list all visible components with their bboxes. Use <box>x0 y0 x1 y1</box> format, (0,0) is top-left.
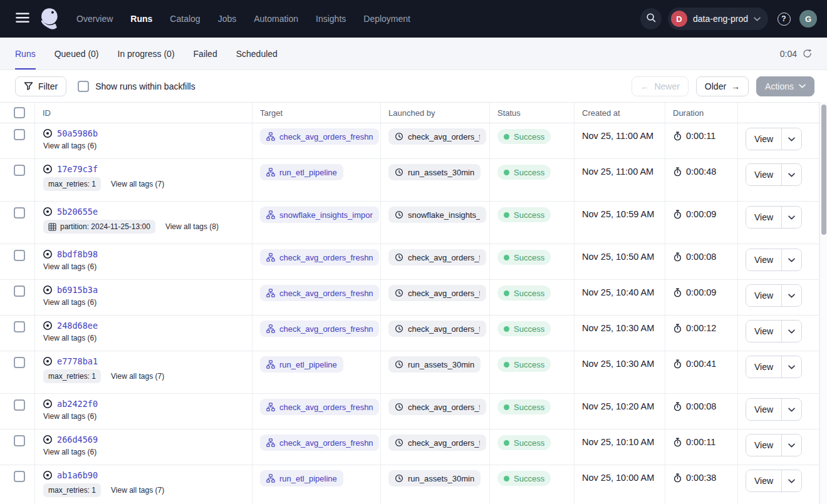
actions-button[interactable]: Actions <box>756 76 814 96</box>
view-all-tags-link[interactable]: View all tags (6) <box>43 334 96 342</box>
target-pill[interactable]: check_avg_orders_freshne <box>260 435 379 451</box>
run-id-link[interactable]: b6915b3a <box>57 285 98 295</box>
target-pill[interactable]: run_etl_pipeline <box>260 356 343 373</box>
dagster-logo-icon[interactable] <box>36 5 64 33</box>
filter-button[interactable]: Filter <box>15 76 66 96</box>
view-dropdown-button[interactable] <box>781 435 801 456</box>
row-checkbox[interactable] <box>14 207 25 219</box>
row-checkbox[interactable] <box>14 285 25 297</box>
view-dropdown-button[interactable] <box>781 470 801 491</box>
backfills-checkbox-label[interactable]: Show runs within backfills <box>95 81 195 91</box>
tab-failed[interactable]: Failed <box>194 38 217 69</box>
run-id-link[interactable]: 50a5986b <box>57 128 98 138</box>
run-id-link[interactable]: ab1a6b90 <box>57 470 98 480</box>
target-pill[interactable]: snowflake_insights_import <box>260 207 379 223</box>
run-id-link[interactable]: 8bdf8b98 <box>57 249 98 259</box>
view-button[interactable]: View <box>746 249 781 270</box>
run-id-link[interactable]: 17e79c3f <box>57 164 98 174</box>
launched-by-pill[interactable]: run_assets_30min <box>388 164 481 180</box>
view-dropdown-button[interactable] <box>781 249 801 270</box>
view-all-tags-link[interactable]: View all tags (6) <box>43 448 96 456</box>
view-all-tags-link[interactable]: View all tags (6) <box>43 412 96 421</box>
launched-by-pill[interactable]: check_avg_orders_f… <box>388 285 486 301</box>
view-dropdown-button[interactable] <box>781 321 801 342</box>
nav-item-automation[interactable]: Automation <box>254 14 298 24</box>
nav-item-jobs[interactable]: Jobs <box>218 14 237 24</box>
nav-item-overview[interactable]: Overview <box>76 14 113 24</box>
view-button[interactable]: View <box>746 285 781 306</box>
view-button[interactable]: View <box>746 399 781 420</box>
target-pill[interactable]: run_etl_pipeline <box>260 470 343 486</box>
scrollbar-track[interactable] <box>819 102 827 504</box>
scrollbar-thumb[interactable] <box>821 105 826 235</box>
run-id-link[interactable]: ab2422f0 <box>57 399 98 409</box>
view-all-tags-link[interactable]: View all tags (7) <box>111 180 164 188</box>
workspace-switcher[interactable]: D data-eng-prod <box>668 8 768 30</box>
row-checkbox[interactable] <box>14 357 25 368</box>
view-all-tags-link[interactable]: View all tags (7) <box>111 486 164 495</box>
run-id-link[interactable]: 248d68ee <box>57 321 98 331</box>
run-id-link[interactable]: e7778ba1 <box>57 356 98 366</box>
target-pill[interactable]: check_avg_orders_freshne <box>260 249 379 265</box>
view-button[interactable]: View <box>746 207 781 228</box>
view-all-tags-link[interactable]: View all tags (6) <box>43 262 96 271</box>
nav-item-deployment[interactable]: Deployment <box>363 14 410 24</box>
help-button[interactable]: ? <box>774 9 793 28</box>
view-dropdown-button[interactable] <box>781 128 801 150</box>
view-dropdown-button[interactable] <box>781 164 801 185</box>
run-id-link[interactable]: 266d4569 <box>57 435 98 445</box>
view-button[interactable]: View <box>746 321 781 342</box>
run-id-link[interactable]: 5b20655e <box>57 207 98 217</box>
launched-by-pill[interactable]: run_assets_30min <box>388 356 481 373</box>
tab-queued[interactable]: Queued (0) <box>55 38 99 69</box>
tags-line: partition: 2024-11-25-13:00View all tags… <box>43 220 246 234</box>
launched-by-pill[interactable]: check_avg_orders_f… <box>388 249 486 265</box>
view-button[interactable]: View <box>746 356 781 378</box>
view-dropdown-button[interactable] <box>781 356 801 378</box>
row-checkbox[interactable] <box>14 250 25 261</box>
row-checkbox[interactable] <box>14 471 25 482</box>
view-all-tags-link[interactable]: View all tags (6) <box>43 141 96 150</box>
menu-button[interactable] <box>10 6 35 31</box>
view-button[interactable]: View <box>746 435 781 456</box>
older-button[interactable]: Older → <box>696 76 749 96</box>
launched-by-pill[interactable]: snowflake_insights_… <box>388 207 486 223</box>
tab-scheduled[interactable]: Scheduled <box>236 38 278 69</box>
target-pill[interactable]: check_avg_orders_freshne <box>260 285 379 301</box>
target-pill[interactable]: run_etl_pipeline <box>260 164 343 180</box>
status-dot-icon <box>504 476 509 481</box>
row-checkbox[interactable] <box>14 321 25 332</box>
launched-by-pill[interactable]: run_assets_30min <box>388 470 481 486</box>
backfills-checkbox[interactable] <box>78 81 89 92</box>
launched-by-pill[interactable]: check_avg_orders_f… <box>388 128 486 145</box>
launched-by-pill[interactable]: check_avg_orders_f… <box>388 321 486 337</box>
row-checkbox[interactable] <box>14 165 25 176</box>
target-pill[interactable]: check_avg_orders_freshne <box>260 128 379 145</box>
view-all-tags-link[interactable]: View all tags (8) <box>165 222 219 231</box>
row-checkbox[interactable] <box>14 129 25 140</box>
newer-button[interactable]: ← Newer <box>632 76 688 96</box>
select-all-checkbox[interactable] <box>14 107 25 118</box>
user-avatar[interactable]: G <box>799 10 817 28</box>
launched-by-pill[interactable]: check_avg_orders_f… <box>388 399 486 415</box>
nav-item-runs[interactable]: Runs <box>130 14 152 24</box>
target-pill[interactable]: check_avg_orders_freshne <box>260 399 379 415</box>
nav-item-insights[interactable]: Insights <box>316 14 346 24</box>
launched-by-pill[interactable]: check_avg_orders_f… <box>388 435 486 451</box>
nav-item-catalog[interactable]: Catalog <box>170 14 200 24</box>
view-dropdown-button[interactable] <box>781 207 801 228</box>
view-dropdown-button[interactable] <box>781 399 801 420</box>
view-button[interactable]: View <box>746 164 781 185</box>
view-button[interactable]: View <box>746 470 781 491</box>
tab-runs[interactable]: Runs <box>15 38 36 69</box>
target-pill[interactable]: check_avg_orders_freshne <box>260 321 379 337</box>
search-button[interactable] <box>640 8 662 29</box>
row-checkbox[interactable] <box>14 399 25 411</box>
view-all-tags-link[interactable]: View all tags (7) <box>111 372 164 381</box>
tab-in-progress[interactable]: In progress (0) <box>118 38 175 69</box>
refresh-icon[interactable] <box>803 49 812 58</box>
row-checkbox[interactable] <box>14 435 25 446</box>
view-all-tags-link[interactable]: View all tags (6) <box>43 298 96 307</box>
view-dropdown-button[interactable] <box>781 285 801 306</box>
view-button[interactable]: View <box>746 128 781 150</box>
